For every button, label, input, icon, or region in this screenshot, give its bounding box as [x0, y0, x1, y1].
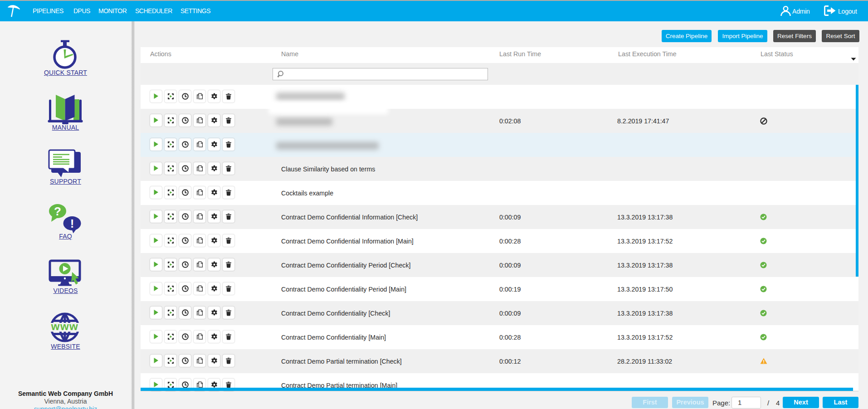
svg-text:www: www	[51, 320, 79, 332]
svg-text:?: ?	[54, 204, 61, 218]
svg-text:!: !	[70, 217, 74, 230]
